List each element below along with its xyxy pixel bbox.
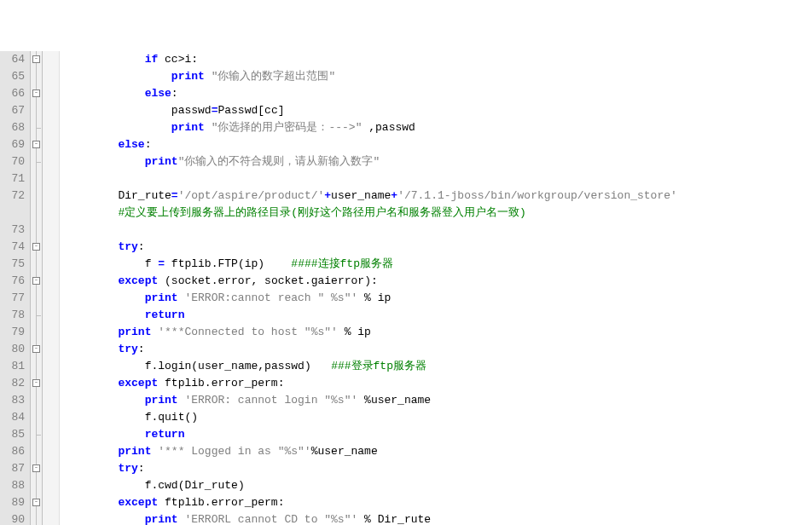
code-line[interactable]: passwd=Passwd[cc] — [65, 102, 812, 119]
code-token: "你输入的不符合规则，请从新输入数字" — [178, 155, 380, 168]
code-token: . — [205, 496, 212, 509]
code-line[interactable]: try: — [65, 460, 812, 477]
code-line[interactable]: except (socket.error, socket.gaierror): — [65, 273, 812, 290]
code-line[interactable]: print "你选择的用户密码是：--->" ,passwd — [65, 119, 812, 136]
fold-row[interactable]: - — [31, 273, 42, 290]
line-number: 68 — [0, 119, 25, 136]
margin-cell — [43, 256, 59, 273]
code-token: : — [371, 274, 378, 287]
code-area[interactable]: if cc>i: print "你输入的数字超出范围" else: passwd… — [60, 51, 812, 525]
margin-cell — [43, 153, 59, 170]
code-token: ftplib — [165, 496, 205, 509]
fold-collapse-icon[interactable]: - — [32, 379, 40, 387]
code-token: ) — [364, 274, 371, 287]
fold-collapse-icon[interactable]: - — [32, 141, 40, 148]
fold-row[interactable]: - — [31, 136, 42, 153]
fold-row — [31, 256, 42, 273]
margin-cell — [43, 170, 59, 188]
code-line[interactable]: return — [65, 307, 812, 324]
code-token: Dir_rute — [118, 189, 171, 202]
margin-cell — [43, 188, 59, 205]
code-line[interactable]: print "你输入的数字超出范围" — [65, 68, 812, 85]
code-token — [311, 360, 331, 372]
fold-row — [31, 477, 42, 494]
fold-collapse-icon[interactable]: - — [32, 464, 40, 472]
margin-cell — [43, 222, 59, 239]
code-token: = — [158, 257, 165, 270]
code-token: () — [184, 411, 198, 424]
line-number: 81 — [0, 358, 25, 375]
fold-row[interactable]: - — [31, 85, 42, 102]
code-line[interactable]: f.quit() — [65, 409, 812, 426]
code-line[interactable]: except ftplib.error_perm: — [65, 494, 812, 511]
code-line[interactable]: print"你输入的不符合规则，请从新输入数字" — [65, 153, 812, 170]
code-token: return — [145, 309, 185, 321]
code-line[interactable]: print '*** Logged in as "%s"'%user_name — [65, 443, 812, 460]
code-token: %user_name — [357, 394, 431, 407]
code-token: : — [138, 462, 145, 475]
code-line[interactable]: print 'ERRORL cannot CD to "%s"' % Dir_r… — [65, 511, 812, 525]
fold-row[interactable]: - — [31, 51, 42, 68]
code-token: % ip — [338, 326, 371, 338]
code-token: print — [118, 445, 158, 458]
code-token: user_name — [331, 189, 391, 202]
fold-row — [31, 409, 42, 426]
fold-row — [31, 119, 42, 136]
code-line[interactable]: if cc>i: — [65, 51, 812, 68]
margin-cell — [43, 307, 59, 324]
code-token: : — [171, 87, 178, 100]
code-line[interactable]: print 'ERROR:cannot reach " %s"' % ip — [65, 290, 812, 307]
fold-row[interactable]: - — [31, 341, 42, 358]
code-editor[interactable]: 6465666768697071727374757677787980818283… — [0, 51, 812, 525]
fold-collapse-icon[interactable]: - — [32, 345, 40, 353]
code-line[interactable]: Dir_rute='/opt/aspire/product/'+user_nam… — [65, 188, 812, 205]
code-line[interactable]: #定义要上传到服务器上的路径目录(刚好这个路径用户名和服务器登入用户名一致) — [65, 205, 812, 222]
code-token: print — [171, 70, 212, 83]
code-token: 'ERROR:cannot reach " %s"' — [184, 291, 357, 304]
code-token: = — [171, 189, 178, 202]
fold-collapse-icon[interactable]: - — [32, 499, 40, 506]
line-number: 80 — [0, 341, 25, 358]
fold-collapse-icon[interactable]: - — [32, 89, 40, 97]
code-line[interactable]: f = ftplib.FTP(ip) ####连接ftp服务器 — [65, 256, 812, 273]
code-line[interactable]: try: — [65, 239, 812, 256]
code-line[interactable] — [65, 222, 812, 239]
fold-row[interactable]: - — [31, 494, 42, 511]
fold-row[interactable]: - — [31, 375, 42, 392]
code-line[interactable]: else: — [65, 85, 812, 102]
code-line[interactable]: except ftplib.error_perm: — [65, 375, 812, 392]
code-token: FTP — [218, 257, 237, 270]
fold-row — [31, 205, 42, 222]
code-token: gaierror — [311, 274, 364, 287]
margin-gutter — [43, 51, 60, 525]
margin-cell — [43, 460, 59, 477]
code-line[interactable]: print '***Connected to host "%s"' % ip — [65, 324, 812, 341]
code-token: cc — [165, 53, 178, 66]
line-number: 85 — [0, 426, 25, 443]
fold-collapse-icon[interactable]: - — [32, 277, 40, 285]
code-token: ] — [278, 104, 285, 117]
code-token: , — [258, 360, 264, 372]
fold-gutter[interactable]: --------- — [31, 51, 43, 525]
fold-row[interactable]: - — [31, 460, 42, 477]
code-line[interactable]: try: — [65, 341, 812, 358]
line-number: 84 — [0, 409, 25, 426]
margin-cell — [43, 68, 59, 85]
code-line[interactable]: else: — [65, 136, 812, 153]
code-token: socket — [258, 274, 304, 287]
code-line[interactable]: f.cwd(Dir_rute) — [65, 477, 812, 494]
fold-row[interactable]: - — [31, 239, 42, 256]
code-token: ftplib — [165, 377, 205, 389]
code-line[interactable]: return — [65, 426, 812, 443]
fold-collapse-icon[interactable]: - — [32, 243, 40, 251]
code-line[interactable]: f.login(user_name,passwd) ###登录ftp服务器 — [65, 358, 812, 375]
fold-row — [31, 188, 42, 205]
line-number — [0, 205, 25, 222]
fold-collapse-icon[interactable]: - — [32, 55, 40, 63]
code-line[interactable]: print 'ERROR: cannot login "%s"' %user_n… — [65, 392, 812, 409]
fold-row — [31, 426, 42, 443]
code-line[interactable] — [65, 170, 812, 188]
fold-row — [31, 170, 42, 188]
margin-cell — [43, 51, 59, 68]
line-number: 83 — [0, 392, 25, 409]
